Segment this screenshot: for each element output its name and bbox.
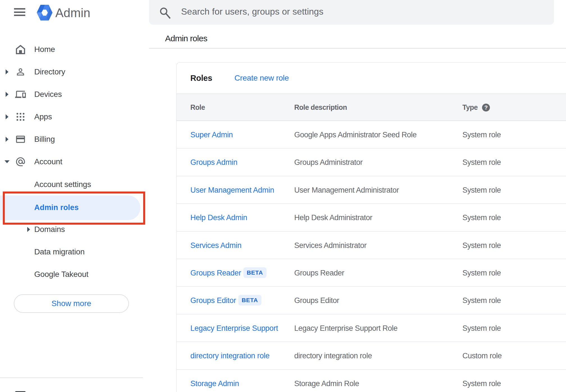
role-link[interactable]: Services Admin [190, 232, 241, 259]
role-link[interactable]: Storage Admin [190, 370, 239, 392]
expand-caret-icon[interactable] [6, 114, 8, 119]
role-link[interactable]: User Management Admin [190, 176, 274, 204]
roles-card: Roles Create new role Role Role descript… [176, 62, 566, 392]
role-description: Help Desk Administrator [294, 204, 372, 231]
role-link[interactable]: Groups EditorBETA [190, 287, 261, 314]
sidebar-subitem-data-migration[interactable]: Data migration [0, 241, 149, 263]
sidebar-nav: Home Directory Devices [0, 0, 149, 392]
sidebar-subitem-google-takeout[interactable]: Google Takeout [0, 263, 149, 286]
sidebar-bottom-divider [0, 377, 143, 378]
role-link-text: Services Admin [190, 241, 241, 250]
search-input[interactable] [181, 0, 540, 24]
role-link-text: User Management Admin [190, 186, 274, 194]
sidebar-item-label: Devices [34, 83, 62, 106]
role-description: Legacy Enterprise Support Role [294, 314, 398, 342]
table-header-row: Role Role description Type ? [177, 94, 566, 121]
role-description: Groups Editor [294, 287, 339, 314]
role-description: User Management Administrator [294, 176, 399, 204]
role-description: Services Administrator [294, 232, 367, 259]
table-row: Services AdminServices AdministratorSyst… [177, 232, 566, 259]
sidebar-item-home[interactable]: Home [0, 38, 149, 61]
card-title: Roles [190, 63, 212, 94]
create-new-role-link[interactable]: Create new role [234, 63, 289, 94]
beta-badge: BETA [243, 267, 266, 278]
sidebar-item-account[interactable]: Account [0, 151, 149, 173]
roles-card-header: Roles Create new role [177, 63, 566, 94]
help-icon[interactable]: ? [482, 103, 490, 112]
expand-caret-icon[interactable] [6, 92, 8, 97]
sidebar-item-label: Account [34, 151, 62, 173]
role-type: System role [462, 232, 501, 259]
role-link-text: Groups Reader [190, 269, 241, 277]
role-link-text: Groups Editor [190, 296, 236, 305]
home-icon [15, 44, 26, 55]
expand-caret-icon[interactable] [27, 227, 30, 232]
person-icon [15, 67, 26, 77]
role-type: Custom role [462, 342, 502, 370]
at-email-icon [15, 156, 26, 167]
svg-text:?: ? [484, 104, 488, 111]
sidebar-subitem-label: Google Takeout [34, 263, 88, 286]
role-type: System role [462, 121, 501, 149]
column-header-role: Role [190, 94, 205, 120]
table-row: Groups ReaderBETAGroups ReaderSystem rol… [177, 259, 566, 287]
role-description: Storage Admin Role [294, 370, 359, 392]
role-type: System role [462, 370, 501, 392]
role-description: Groups Reader [294, 259, 344, 287]
column-header-description: Role description [294, 94, 347, 120]
title-divider [149, 48, 566, 49]
expand-caret-icon[interactable] [6, 137, 8, 142]
role-type: System role [462, 287, 501, 314]
role-type: System role [462, 259, 501, 287]
sidebar-subitem-label: Data migration [34, 241, 85, 263]
role-type: System role [462, 204, 501, 231]
column-header-type: Type [462, 94, 478, 120]
sidebar-item-billing[interactable]: Billing [0, 128, 149, 151]
sidebar-item-label: Home [34, 38, 55, 61]
table-row: Legacy Enterprise SupportLegacy Enterpri… [177, 314, 566, 342]
apps-grid-icon [15, 111, 26, 122]
credit-card-icon [15, 134, 26, 145]
search-bar[interactable] [149, 0, 554, 25]
role-link[interactable]: Groups Admin [190, 149, 237, 176]
annotation-red-box [3, 192, 145, 225]
role-description: Google Apps Administrator Seed Role [294, 121, 417, 149]
role-type: System role [462, 176, 501, 204]
role-link-text: Super Admin [190, 131, 233, 139]
page-title: Admin roles [165, 33, 207, 44]
search-icon [159, 6, 171, 19]
role-link[interactable]: Groups ReaderBETA [190, 259, 266, 287]
table-row: directory integration roledirectory inte… [177, 342, 566, 370]
collapse-caret-icon[interactable] [4, 160, 10, 163]
sidebar-item-apps[interactable]: Apps [0, 106, 149, 128]
sidebar-item-label: Directory [34, 61, 65, 83]
show-more-button[interactable]: Show more [14, 294, 129, 313]
table-row: Storage AdminStorage Admin RoleSystem ro… [177, 370, 566, 392]
role-link-text: Groups Admin [190, 158, 237, 167]
sidebar-item-devices[interactable]: Devices [0, 83, 149, 106]
sidebar-item-directory[interactable]: Directory [0, 61, 149, 83]
table-row: Help Desk AdminHelp Desk AdministratorSy… [177, 204, 566, 231]
role-type: System role [462, 149, 501, 176]
role-description: Groups Administrator [294, 149, 363, 176]
table-row: Super AdminGoogle Apps Administrator See… [177, 121, 566, 149]
sidebar-item-label: Apps [34, 106, 52, 128]
role-link-text: directory integration role [190, 352, 270, 360]
role-type: System role [462, 314, 501, 342]
role-description: directory integration role [294, 342, 372, 370]
expand-caret-icon[interactable] [6, 69, 8, 74]
table-row: Groups EditorBETAGroups EditorSystem rol… [177, 287, 566, 314]
role-link-text: Help Desk Admin [190, 213, 247, 222]
role-link-text: Storage Admin [190, 379, 239, 388]
role-link[interactable]: Help Desk Admin [190, 204, 247, 231]
role-link[interactable]: Super Admin [190, 121, 233, 149]
role-link[interactable]: directory integration role [190, 342, 270, 370]
role-link-text: Legacy Enterprise Support [190, 324, 278, 332]
sidebar-item-label: Billing [34, 128, 55, 151]
devices-icon [15, 89, 26, 100]
beta-badge: BETA [238, 295, 261, 306]
table-row: Groups AdminGroups AdministratorSystem r… [177, 149, 566, 176]
table-row: User Management AdminUser Management Adm… [177, 176, 566, 204]
role-link[interactable]: Legacy Enterprise Support [190, 314, 278, 342]
